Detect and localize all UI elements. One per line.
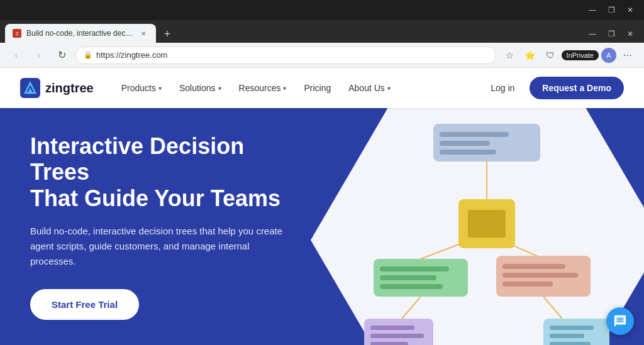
tab-title: Build no-code, interactive decisi... — [26, 29, 133, 38]
chat-icon — [613, 314, 627, 328]
svg-rect-5 — [440, 132, 509, 137]
svg-rect-23 — [364, 319, 433, 345]
hero-title: Interactive Decision Trees That Guide Yo… — [30, 133, 297, 211]
tab-favicon: Z — [13, 29, 21, 38]
refresh-button[interactable]: ↻ — [53, 47, 70, 64]
svg-rect-26 — [370, 342, 408, 345]
shield-icon[interactable]: 🛡 — [541, 47, 559, 64]
svg-rect-24 — [370, 326, 414, 330]
login-button[interactable]: Log in — [483, 78, 522, 98]
minimize-button-2[interactable]: — — [584, 25, 601, 43]
address-bar[interactable]: 🔒 https://zingtree.com — [75, 47, 496, 64]
nav-solutions-label: Solutions — [179, 83, 216, 93]
hero-description: Build no-code, interactive decision tree… — [30, 224, 294, 269]
svg-rect-18 — [380, 284, 443, 289]
svg-rect-30 — [550, 342, 591, 345]
toolbar-icons: ☆ ⭐ 🛡 InPrivate A ⋯ — [501, 47, 636, 64]
svg-rect-22 — [502, 282, 553, 287]
close-button-2[interactable]: ✕ — [621, 25, 639, 43]
svg-rect-20 — [502, 264, 565, 269]
products-chevron-icon: ▾ — [158, 85, 162, 92]
hero-visual — [290, 108, 644, 345]
logo-text: zingtree — [45, 81, 94, 96]
website: zingtree Products ▾ Solutions ▾ Resource… — [0, 68, 644, 345]
hero-title-line2: That Guide Your Teams — [30, 185, 280, 211]
svg-rect-14 — [468, 210, 506, 238]
url-text: https://zingtree.com — [96, 50, 488, 60]
nav-actions: Log in Request a Demo — [483, 77, 624, 99]
nav-item-resources[interactable]: Resources ▾ — [231, 78, 294, 98]
lock-icon: 🔒 — [84, 51, 92, 59]
site-nav: zingtree Products ▾ Solutions ▾ Resource… — [0, 68, 644, 108]
restore-button-2[interactable]: ❐ — [602, 25, 620, 43]
restore-button[interactable]: ❐ — [602, 1, 620, 19]
hero-content: Interactive Decision Trees That Guide Yo… — [0, 133, 327, 320]
nav-resources-label: Resources — [239, 83, 281, 93]
nav-products-label: Products — [121, 83, 156, 93]
inprivate-indicator: InPrivate — [562, 50, 599, 60]
svg-rect-6 — [440, 141, 490, 146]
svg-rect-28 — [550, 326, 594, 330]
resources-chevron-icon: ▾ — [283, 85, 286, 92]
svg-rect-27 — [543, 319, 609, 345]
profile-avatar[interactable]: A — [601, 48, 616, 63]
hero-section: Interactive Decision Trees That Guide Yo… — [0, 108, 644, 345]
browser-toolbar: ‹ › ↻ 🔒 https://zingtree.com ☆ ⭐ 🛡 InPri… — [0, 43, 644, 68]
svg-rect-25 — [370, 334, 424, 338]
minimize-button[interactable]: — — [584, 1, 601, 19]
active-tab[interactable]: Z Build no-code, interactive decisi... ✕ — [5, 24, 156, 43]
nav-menu: Products ▾ Solutions ▾ Resources ▾ Prici… — [114, 78, 483, 98]
svg-rect-16 — [380, 266, 449, 271]
inprivate-label: InPrivate — [567, 52, 594, 59]
logo-icon — [20, 78, 40, 98]
nav-pricing-label: Pricing — [304, 83, 331, 93]
nav-item-about[interactable]: About Us ▾ — [341, 78, 398, 98]
svg-rect-21 — [502, 273, 578, 278]
tab-bar: Z Build no-code, interactive decisi... ✕… — [0, 20, 644, 43]
nav-item-solutions[interactable]: Solutions ▾ — [172, 78, 229, 98]
svg-rect-7 — [440, 150, 496, 155]
about-chevron-icon: ▾ — [387, 85, 391, 92]
star-icon[interactable]: ☆ — [501, 47, 519, 64]
logo[interactable]: zingtree — [20, 78, 94, 98]
solutions-chevron-icon: ▾ — [218, 85, 221, 92]
browser-chrome: — ❐ ✕ Z Build no-code, interactive decis… — [0, 0, 644, 68]
close-button[interactable]: ✕ — [621, 1, 639, 19]
hero-title-line1: Interactive Decision Trees — [30, 133, 244, 185]
new-tab-button[interactable]: + — [158, 25, 176, 43]
titlebar: — ❐ ✕ — [0, 0, 644, 20]
tab-close-button[interactable]: ✕ — [138, 28, 148, 38]
nav-item-products[interactable]: Products ▾ — [114, 78, 169, 98]
settings-icon[interactable]: ⋯ — [619, 47, 636, 64]
hex-svg — [311, 108, 644, 345]
chat-bubble-button[interactable] — [606, 307, 634, 335]
start-trial-button[interactable]: Start Free Trial — [30, 289, 139, 320]
nav-item-pricing[interactable]: Pricing — [296, 78, 338, 98]
nav-about-label: About Us — [348, 83, 385, 93]
hex-container — [311, 108, 644, 345]
forward-button[interactable]: › — [30, 47, 48, 64]
request-demo-button[interactable]: Request a Demo — [530, 77, 624, 99]
svg-rect-17 — [380, 275, 436, 280]
window-controls-2[interactable]: — ❐ ✕ — [584, 25, 639, 43]
window-controls[interactable]: — ❐ ✕ — [584, 1, 639, 19]
back-button[interactable]: ‹ — [8, 47, 25, 64]
favorites-icon[interactable]: ⭐ — [521, 47, 539, 64]
svg-rect-29 — [550, 334, 584, 338]
